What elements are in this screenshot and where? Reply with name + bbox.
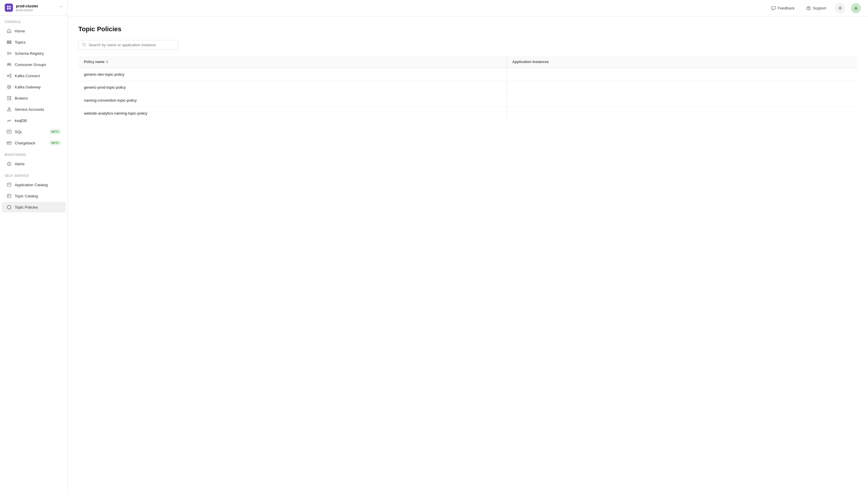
chevron-icon: ⌃	[59, 5, 63, 10]
support-label: Support	[813, 6, 826, 10]
cluster-logo	[5, 3, 13, 12]
content-area: Topic Policies Policy name ⇅ Applicati	[68, 17, 868, 492]
svg-point-8	[8, 63, 9, 65]
svg-rect-0	[7, 6, 8, 7]
svg-rect-20	[8, 107, 10, 109]
alerts-icon	[6, 161, 12, 167]
avatar-letter: A	[854, 6, 858, 10]
svg-rect-21	[7, 130, 11, 133]
cluster-sub: prod-cluster	[16, 8, 38, 12]
user-avatar[interactable]: A	[851, 3, 861, 13]
policy-name-cell: website-analytics-naming-topic-policy	[79, 107, 507, 120]
policy-name-cell: generic-prod-topic-policy	[79, 81, 507, 94]
sidebar-item-kafka-connect-label: Kafka Connect	[15, 74, 40, 78]
feedback-icon	[771, 6, 776, 10]
col-header-policy-name: Policy name ⇅	[79, 56, 507, 68]
svg-rect-5	[7, 42, 11, 43]
sidebar-item-application-catalog[interactable]: Application Catalog	[2, 179, 65, 190]
sidebar-item-chargeback-label: Chargeback	[15, 141, 35, 145]
chargeback-icon	[6, 140, 12, 146]
service-accounts-icon	[6, 107, 12, 112]
sidebar-item-brokers[interactable]: Brokers	[2, 93, 65, 103]
topics-icon	[6, 40, 12, 45]
application-instances-cell	[507, 81, 857, 94]
search-bar[interactable]	[78, 40, 179, 50]
sidebar-item-brokers-label: Brokers	[15, 96, 28, 100]
sidebar-item-home[interactable]: Home	[2, 26, 65, 36]
sidebar-item-sql[interactable]: SQL BETA	[2, 126, 65, 137]
kafka-gateway-icon	[6, 84, 12, 90]
application-instances-cell	[507, 94, 857, 107]
consumer-groups-icon	[6, 62, 12, 67]
application-instances-cell	[507, 68, 857, 81]
svg-rect-2	[7, 8, 8, 9]
svg-point-29	[839, 7, 841, 9]
svg-point-18	[10, 99, 10, 100]
sql-icon	[6, 129, 12, 134]
svg-rect-4	[7, 41, 11, 42]
sidebar-item-service-accounts-label: Service Accounts	[15, 107, 44, 112]
sidebar-item-sql-label: SQL	[15, 130, 22, 134]
support-icon	[806, 6, 811, 10]
sidebar-item-home-label: Home	[15, 29, 25, 33]
sidebar-item-schema-registry[interactable]: Schema Registry	[2, 48, 65, 58]
page-title: Topic Policies	[78, 25, 858, 33]
sidebar-item-consumer-groups[interactable]: Consumer Groups	[2, 59, 65, 70]
sidebar-item-ksqldb[interactable]: ksqlDB	[2, 115, 65, 126]
brokers-icon	[6, 95, 12, 101]
svg-rect-22	[7, 142, 11, 144]
table-row[interactable]: website-analytics-naming-topic-policy	[79, 107, 858, 120]
sidebar-item-topics-label: Topics	[15, 40, 26, 45]
sidebar-item-topics[interactable]: Topics	[2, 37, 65, 47]
col-header-application-instances: Application Instances	[507, 56, 857, 68]
search-input[interactable]	[89, 43, 175, 47]
sidebar-item-topic-policies[interactable]: Topic Policies	[2, 202, 65, 213]
sidebar-item-topic-policies-label: Topic Policies	[15, 205, 38, 210]
cluster-name: prod-cluster	[16, 4, 38, 8]
theme-toggle-button[interactable]	[835, 3, 845, 13]
sidebar-item-kafka-connect[interactable]: Kafka Connect	[2, 70, 65, 81]
table-row[interactable]: naming-convention-topic-policy	[79, 94, 858, 107]
sidebar: prod-cluster prod-cluster ⌃ CONSOLE Home…	[0, 0, 68, 492]
application-instances-cell	[507, 107, 857, 120]
svg-rect-1	[9, 6, 10, 7]
sidebar-item-ksqldb-label: ksqlDB	[15, 118, 27, 123]
sidebar-item-kafka-gateway[interactable]: Kafka Gateway	[2, 82, 65, 92]
svg-point-11	[10, 74, 11, 75]
schema-icon	[6, 51, 12, 56]
sql-beta-badge: BETA	[50, 129, 61, 134]
sidebar-item-schema-label: Schema Registry	[15, 51, 44, 56]
sidebar-item-chargeback[interactable]: Chargeback BETA	[2, 138, 65, 148]
policies-table: Policy name ⇅ Application Instances gene…	[78, 56, 858, 120]
policy-name-cell: naming-convention-topic-policy	[79, 94, 507, 107]
kafka-connect-icon	[6, 73, 12, 78]
sort-icon[interactable]: ⇅	[106, 60, 108, 64]
ksqldb-icon	[6, 118, 12, 123]
sidebar-item-topic-catalog-label: Topic Catalog	[15, 194, 38, 198]
sidebar-item-application-catalog-label: Application Catalog	[15, 183, 48, 187]
svg-point-9	[9, 63, 11, 65]
sidebar-item-service-accounts[interactable]: Service Accounts	[2, 104, 65, 115]
sidebar-item-topic-catalog[interactable]: Topic Catalog	[2, 191, 65, 201]
feedback-label: Feedback	[778, 6, 794, 10]
table-row[interactable]: generic-prod-topic-policy	[79, 81, 858, 94]
chargeback-beta-badge: BETA	[50, 141, 61, 145]
monitoring-section-label: MONITORING	[0, 148, 68, 158]
svg-rect-3	[9, 8, 10, 9]
topic-policies-icon	[6, 204, 12, 210]
sidebar-item-alerts[interactable]: Alerts	[2, 158, 65, 169]
cluster-selector[interactable]: prod-cluster prod-cluster ⌃	[0, 0, 68, 16]
svg-point-10	[7, 75, 8, 76]
svg-point-7	[9, 52, 11, 54]
svg-point-17	[10, 97, 10, 97]
sidebar-item-consumer-groups-label: Consumer Groups	[15, 63, 46, 67]
main-area: Feedback Support A Topic Policies	[68, 0, 868, 492]
policy-name-cell: generic-dev-topic-policy	[79, 68, 507, 81]
console-section-label: CONSOLE	[0, 16, 68, 25]
svg-rect-26	[8, 195, 8, 195]
table-row[interactable]: generic-dev-topic-policy	[79, 68, 858, 81]
feedback-button[interactable]: Feedback	[768, 4, 797, 13]
support-button[interactable]: Support	[803, 4, 829, 13]
sidebar-item-kafka-gateway-label: Kafka Gateway	[15, 85, 41, 89]
application-catalog-icon	[6, 182, 12, 188]
